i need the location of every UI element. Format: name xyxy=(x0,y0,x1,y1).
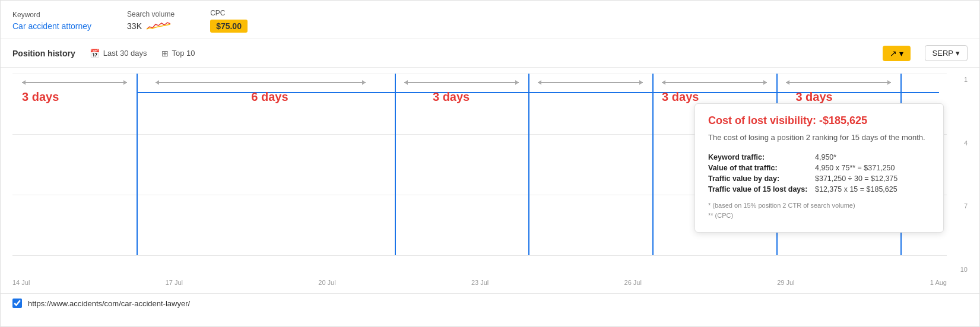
h-line-3 xyxy=(528,92,652,93)
chart-type-dropdown-icon: ▾ xyxy=(899,49,903,58)
grid-line-10 xyxy=(12,255,947,256)
search-volume-col: Search volume 33K xyxy=(127,10,175,31)
top-label: Top 10 xyxy=(172,49,195,58)
top-selector[interactable]: ⊞ Top 10 xyxy=(161,49,195,58)
position-history-label: Position history xyxy=(12,49,75,58)
sparkline-icon xyxy=(147,21,170,31)
x-axis: 14 Jul 17 Jul 20 Jul 23 Jul 26 Jul 29 Ju… xyxy=(12,275,947,286)
serp-button[interactable]: SERP ▾ xyxy=(925,45,968,61)
url-checkbox[interactable] xyxy=(12,299,22,308)
v-line-3 xyxy=(528,74,529,255)
tooltip-description: The cost of losing a position 2 ranking … xyxy=(708,132,930,144)
y-label-7: 7 xyxy=(950,202,968,209)
tooltip-title-text: Cost of lost visibility: xyxy=(708,115,816,126)
x-label-6: 29 Jul xyxy=(777,279,794,286)
h-line-6 xyxy=(900,92,938,93)
x-label-1: 14 Jul xyxy=(12,279,30,286)
grid-line-1 xyxy=(12,74,947,74)
date-range-selector[interactable]: 📅 Last 30 days xyxy=(90,49,147,58)
toolbar-row: Position history 📅 Last 30 days ⊞ Top 10… xyxy=(1,39,979,68)
x-label-7: 1 Aug xyxy=(930,279,947,286)
keyword-link[interactable]: Car accident attorney xyxy=(12,21,91,31)
chart-type-icon: ↗ xyxy=(890,49,897,58)
url-bar: https://www.accidents/com/car-accident-l… xyxy=(1,293,979,313)
header-row: Keyword Car accident attorney Search vol… xyxy=(1,1,979,39)
arrow-3days-3-left xyxy=(538,82,643,83)
arrow-3days-3-right xyxy=(662,82,767,83)
tooltip-row-4-label: Traffic value of 15 lost days: xyxy=(708,184,815,195)
seg-label-6days: 6 days xyxy=(251,90,288,104)
y-label-1: 1 xyxy=(950,76,968,83)
arrow-3days-1 xyxy=(22,82,127,83)
seg-label-3days-4: 3 days xyxy=(795,90,832,104)
arrow-6days xyxy=(156,82,366,83)
url-text: https://www.accidents/com/car-accident-l… xyxy=(28,299,190,308)
cpc-label: CPC xyxy=(210,9,248,17)
tooltip-row-1: Keyword traffic: 4,950* xyxy=(708,152,930,163)
tooltip-row-4: Traffic value of 15 lost days: $12,375 x… xyxy=(708,184,930,195)
chart-inner: 1 4 7 10 3 days 6 days 3 days xyxy=(12,74,968,275)
chart-area: 1 4 7 10 3 days 6 days 3 days xyxy=(1,68,979,293)
y-label-4: 4 xyxy=(950,139,968,147)
search-volume-row: 33K xyxy=(127,21,175,31)
search-volume-label: Search volume xyxy=(127,10,175,18)
tooltip-row-3-label: Traffic value by day: xyxy=(708,173,815,184)
footnote-1: * (based on 15% position 2 CTR of search… xyxy=(708,201,930,211)
keyword-col: Keyword Car accident attorney xyxy=(12,11,91,31)
seg-label-3days-1: 3 days xyxy=(22,90,59,104)
tooltip-row-1-value: 4,950* xyxy=(815,152,930,163)
cpc-badge: $75.00 xyxy=(210,20,248,33)
tooltip-row-2-value: 4,950 x 75** = $371,250 xyxy=(815,163,930,173)
calendar-icon: 📅 xyxy=(90,49,100,58)
footnote-2: ** (CPC) xyxy=(708,211,930,221)
y-axis: 1 4 7 10 xyxy=(950,74,968,275)
tooltip-title: Cost of lost visibility: -$185,625 xyxy=(708,115,930,127)
tooltip-box: Cost of lost visibility: -$185,625 The c… xyxy=(694,103,944,233)
seg-label-3days-2: 3 days xyxy=(433,90,470,104)
cpc-col: CPC $75.00 xyxy=(210,9,248,33)
tooltip-table: Keyword traffic: 4,950* Value of that tr… xyxy=(708,152,930,195)
date-range-label: Last 30 days xyxy=(103,49,147,58)
x-label-2: 17 Jul xyxy=(166,279,183,286)
serp-label: SERP xyxy=(933,49,953,58)
tooltip-row-3: Traffic value by day: $371,250 ÷ 30 = $1… xyxy=(708,173,930,184)
tooltip-row-2: Value of that traffic: 4,950 x 75** = $3… xyxy=(708,163,930,173)
v-line-4 xyxy=(652,74,654,255)
keyword-label: Keyword xyxy=(12,11,91,19)
y-label-10: 10 xyxy=(950,266,968,273)
tooltip-row-2-label: Value of that traffic: xyxy=(708,163,815,173)
x-label-5: 26 Jul xyxy=(624,279,642,286)
grid-icon: ⊞ xyxy=(161,49,169,58)
v-line-2 xyxy=(395,74,396,255)
x-label-3: 20 Jul xyxy=(318,279,335,286)
search-volume-value: 33K xyxy=(127,21,142,31)
serp-dropdown-icon: ▾ xyxy=(956,49,960,58)
tooltip-row-1-label: Keyword traffic: xyxy=(708,152,815,163)
tooltip-row-4-value: $12,375 x 15 = $185,625 xyxy=(815,184,930,195)
tooltip-row-3-value: $371,250 ÷ 30 = $12,375 xyxy=(815,173,930,184)
arrow-3days-2 xyxy=(404,82,519,83)
tooltip-value: -$185,625 xyxy=(819,115,867,126)
arrow-3days-4 xyxy=(786,82,891,83)
x-label-4: 23 Jul xyxy=(471,279,489,286)
v-line-1 xyxy=(137,74,138,255)
tooltip-footnotes: * (based on 15% position 2 CTR of search… xyxy=(708,201,930,221)
main-container: Keyword Car accident attorney Search vol… xyxy=(0,0,980,327)
seg-label-3days-3: 3 days xyxy=(662,90,699,104)
chart-type-button[interactable]: ↗ ▾ xyxy=(883,46,911,61)
